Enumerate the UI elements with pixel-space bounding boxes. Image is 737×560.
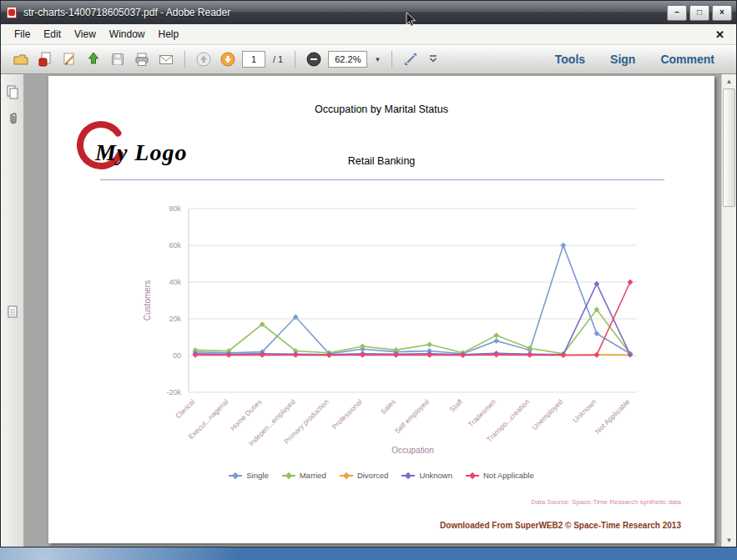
- download-footer: Downloaded From SuperWEB2 © Space-Time R…: [440, 521, 681, 530]
- zoom-out-icon[interactable]: [304, 49, 324, 69]
- series-marker: [628, 280, 634, 285]
- series-marker: [594, 352, 600, 358]
- toolbar: 1 / 1 62.2% ▼ Tools Sign Comment: [1, 45, 736, 74]
- chart-title: Occupation by Marital Status: [48, 103, 714, 115]
- toolbar-panels: Tools Sign Comment: [555, 53, 726, 66]
- series-marker: [493, 332, 499, 338]
- next-page-icon[interactable]: [218, 49, 238, 69]
- menu-view[interactable]: View: [68, 26, 103, 43]
- legend-marker-icon: [466, 475, 479, 477]
- tools-button[interactable]: Tools: [555, 53, 585, 66]
- page-total-label: / 1: [273, 54, 283, 64]
- menu-help[interactable]: Help: [152, 26, 186, 43]
- legend-marker-icon: [340, 475, 353, 477]
- attachments-icon[interactable]: [5, 111, 20, 129]
- legend-item: Divorced: [340, 471, 389, 480]
- email-icon[interactable]: [156, 49, 176, 69]
- title-bar[interactable]: str-charts-1400718605037.pdf - Adobe Rea…: [1, 1, 736, 24]
- toolbar-separator: [184, 51, 185, 68]
- legend-item: Unknown: [401, 471, 452, 480]
- x-tick-label: Sales: [379, 397, 397, 416]
- zoom-dropdown-icon[interactable]: ▼: [371, 56, 383, 63]
- series-marker: [427, 341, 432, 347]
- close-button[interactable]: ×: [712, 5, 732, 21]
- x-tick-label: Home Duties: [229, 397, 264, 432]
- content-area: 80k60k40k20k00-20kClericalExecut...nager…: [1, 74, 736, 547]
- window-title: str-charts-1400718605037.pdf - Adobe Rea…: [23, 7, 664, 18]
- chart-subtitle: Retail Banking: [48, 155, 714, 167]
- create-pdf-icon[interactable]: [35, 49, 55, 69]
- chart-legend: SingleMarriedDivorcedUnknownNot Applicab…: [48, 471, 714, 480]
- legend-item: Single: [229, 471, 268, 480]
- fit-page-icon[interactable]: [401, 49, 421, 69]
- x-tick-label: Staff: [448, 397, 465, 414]
- toolbar-overflow-icon[interactable]: [425, 53, 442, 66]
- x-tick-label: Tradesmen: [467, 397, 497, 428]
- adobe-reader-window: str-charts-1400718605037.pdf - Adobe Rea…: [0, 0, 737, 547]
- x-tick-label: Clerical: [174, 397, 196, 420]
- document-area[interactable]: 80k60k40k20k00-20kClericalExecut...nager…: [24, 74, 721, 547]
- menu-window[interactable]: Window: [103, 26, 152, 43]
- y-axis-title: Customers: [143, 280, 152, 320]
- series-marker: [493, 338, 499, 344]
- legend-label: Divorced: [357, 471, 389, 480]
- legend-item: Married: [282, 471, 326, 480]
- y-tick-label: 20k: [169, 315, 181, 323]
- legend-label: Unknown: [419, 471, 452, 480]
- y-tick-label: 60k: [169, 241, 181, 250]
- x-tick-label: Professional: [331, 397, 364, 431]
- previous-page-icon[interactable]: [194, 49, 214, 69]
- series-line: [195, 284, 630, 355]
- y-tick-label: 80k: [169, 204, 181, 213]
- series-marker: [393, 352, 399, 358]
- x-tick-label: Unknown: [571, 397, 598, 424]
- panel-icon[interactable]: [5, 305, 20, 323]
- menu-bar: File Edit View Window Help ✕: [1, 24, 736, 45]
- legend-label: Not Applicable: [483, 471, 534, 480]
- scroll-down-icon[interactable]: ▼: [722, 533, 736, 547]
- legend-marker-icon: [229, 475, 242, 477]
- series-marker: [293, 352, 299, 358]
- toolbar-separator: [295, 51, 295, 68]
- navigation-pane: [1, 74, 24, 547]
- y-tick-label: 40k: [169, 278, 181, 286]
- x-axis-title: Occupation: [391, 446, 434, 455]
- y-tick-label: -20k: [166, 388, 181, 396]
- menu-edit[interactable]: Edit: [37, 26, 68, 43]
- scrollbar-thumb[interactable]: [723, 88, 735, 207]
- maximize-button[interactable]: □: [689, 5, 709, 21]
- scroll-up-icon[interactable]: ▲: [722, 74, 736, 88]
- legend-label: Married: [300, 471, 326, 480]
- zoom-value: 62.2%: [335, 54, 361, 64]
- page-thumbnails-icon[interactable]: [5, 84, 20, 103]
- minimize-button[interactable]: –: [667, 5, 687, 21]
- series-marker: [594, 330, 600, 336]
- y-tick-label: 00: [173, 351, 181, 360]
- series-marker: [560, 243, 566, 249]
- header-rule: [100, 179, 664, 180]
- close-document-icon[interactable]: ✕: [715, 28, 729, 41]
- open-icon[interactable]: [11, 49, 31, 69]
- data-source-note: Data Source: Space-Time Research synthet…: [531, 498, 681, 506]
- comment-button[interactable]: Comment: [660, 53, 714, 66]
- x-tick-label: Self employed: [393, 397, 431, 435]
- x-tick-label: Unemployed: [530, 397, 564, 431]
- desktop: { "window": { "title": "str-charts-14007…: [0, 0, 737, 560]
- page-number-input[interactable]: 1: [242, 51, 265, 68]
- x-tick-label: Not Applicable: [593, 397, 632, 436]
- series-marker: [527, 352, 533, 358]
- print-icon[interactable]: [132, 49, 152, 69]
- save-icon[interactable]: [108, 49, 128, 69]
- menu-file[interactable]: File: [8, 26, 37, 43]
- upload-icon[interactable]: [83, 49, 103, 69]
- zoom-level-input[interactable]: 62.2%: [328, 51, 367, 68]
- series-line: [195, 310, 630, 354]
- legend-marker-icon: [401, 475, 415, 477]
- vertical-scrollbar[interactable]: ▲ ▼: [721, 74, 736, 547]
- series-line: [195, 245, 630, 354]
- legend-item: Not Applicable: [466, 471, 534, 480]
- pdf-page: 80k60k40k20k00-20kClericalExecut...nager…: [48, 76, 714, 543]
- edit-icon[interactable]: [59, 49, 79, 69]
- legend-label: Single: [246, 471, 268, 480]
- sign-button[interactable]: Sign: [610, 53, 635, 66]
